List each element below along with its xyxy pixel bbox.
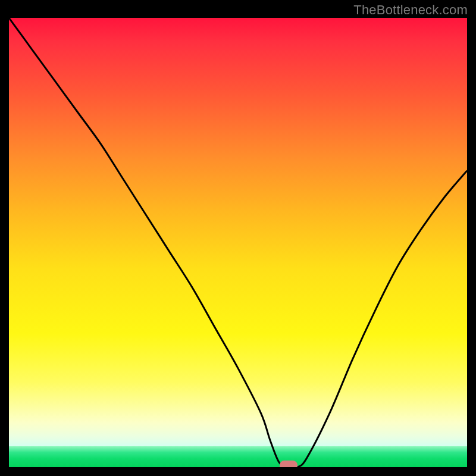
plot-area <box>9 18 467 467</box>
chart-frame: TheBottleneck.com <box>0 0 476 476</box>
optimal-marker <box>280 461 298 467</box>
attribution-label: TheBottleneck.com <box>353 2 468 18</box>
curve-path <box>9 18 467 467</box>
bottleneck-curve <box>9 18 467 467</box>
